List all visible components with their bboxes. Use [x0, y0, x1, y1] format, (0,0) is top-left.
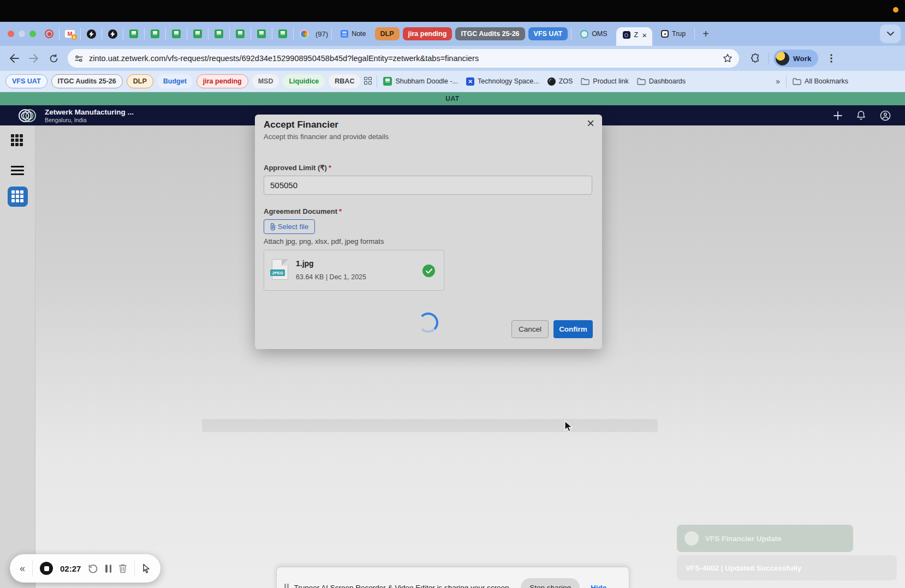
- bolt-icon: [108, 29, 117, 39]
- pinned-tab-sheet-3[interactable]: [169, 26, 183, 41]
- stop-recording-button[interactable]: [40, 562, 53, 575]
- reload-button[interactable]: [45, 50, 62, 67]
- bookmark-technology-space[interactable]: ✕ Technology Space...: [464, 77, 541, 86]
- zos-globe-icon: [547, 77, 556, 86]
- module-grid-icon: [11, 190, 25, 203]
- back-button[interactable]: [5, 50, 23, 67]
- pinned-tab-bolt-1[interactable]: [84, 26, 98, 41]
- bookmark-dlp[interactable]: DLP: [127, 74, 153, 88]
- tab-separator: [102, 28, 102, 40]
- forward-button[interactable]: [25, 50, 43, 67]
- tab-note[interactable]: Note: [335, 26, 371, 42]
- bookmark-budget[interactable]: Budget: [157, 74, 193, 88]
- tab-trupeer[interactable]: Trup: [656, 26, 691, 42]
- add-icon[interactable]: [833, 111, 842, 120]
- confirm-button[interactable]: Confirm: [553, 320, 593, 338]
- profile-chip[interactable]: Work: [773, 50, 818, 67]
- bookmark-liquidice[interactable]: Liquidice: [283, 74, 325, 88]
- pinned-tab-sheet-4[interactable]: [190, 26, 205, 41]
- bookmark-star-icon[interactable]: [723, 53, 733, 63]
- accept-financier-modal: Accept Financier Accept this financier a…: [255, 115, 602, 349]
- bookmark-itgc-audits[interactable]: ITGC Audits 25-26: [51, 74, 123, 88]
- site-settings-icon[interactable]: [74, 54, 84, 63]
- tab-search-chevron-button[interactable]: [880, 25, 901, 43]
- extensions-puzzle-icon[interactable]: [747, 50, 764, 67]
- file-name: 1.jpg: [296, 259, 314, 268]
- toolbar-right-cluster: Work: [747, 50, 840, 67]
- required-asterisk: *: [329, 164, 331, 172]
- bookmarks-overflow-button[interactable]: »: [772, 77, 782, 86]
- tab-label: Trup: [672, 30, 686, 38]
- bookmarks-divider: [377, 75, 377, 87]
- org-location: Bengaluru, India: [45, 117, 134, 123]
- bookmark-msd[interactable]: MSD: [252, 74, 279, 88]
- sheets-icon: [172, 29, 181, 38]
- sidebar-menu-icon[interactable]: [11, 164, 24, 177]
- org-switcher[interactable]: Zetwerk Manufacturing ... Bengaluru, Ind…: [45, 108, 134, 123]
- tab-separator: [251, 28, 251, 40]
- bookmark-dashboards[interactable]: Dashboards: [635, 77, 688, 85]
- tab-separator: [331, 28, 332, 40]
- cursor-tool-icon[interactable]: [142, 563, 151, 573]
- restart-recording-icon[interactable]: [88, 563, 98, 574]
- attach-formats-helper: Attach jpg, png, xlsx, pdf, jpeg formats: [264, 237, 384, 245]
- tab-separator: [272, 28, 272, 40]
- bookmark-rbac[interactable]: RBAC: [329, 74, 360, 88]
- pinned-tab-bolt-2[interactable]: [105, 26, 120, 41]
- approved-limit-input[interactable]: 505050: [264, 176, 592, 195]
- tab-group-itgc-audits[interactable]: ITGC Audits 25-26: [455, 27, 525, 40]
- modal-title: Accept Financier: [264, 119, 338, 130]
- tab-group-jira-pending[interactable]: jira pending: [403, 27, 453, 40]
- drag-handle-icon[interactable]: [284, 584, 289, 588]
- bookmark-vfs-uat[interactable]: VFS UAT: [5, 74, 47, 88]
- collapse-chevron-button[interactable]: «: [20, 563, 25, 574]
- tab-oms[interactable]: OMS: [575, 26, 612, 42]
- minimize-window-button[interactable]: [19, 31, 25, 37]
- hide-link[interactable]: Hide: [591, 584, 606, 588]
- sidebar-apps-icon[interactable]: [11, 134, 24, 147]
- address-bar[interactable]: zinto.uat.zetwerk.com/vfs-request/reques…: [68, 49, 739, 68]
- close-window-button[interactable]: [8, 31, 14, 37]
- jpeg-file-icon: JPEG: [272, 259, 288, 280]
- bookmark-zos[interactable]: ZOS: [545, 77, 575, 86]
- bookmark-jira-pending[interactable]: jira pending: [197, 74, 248, 88]
- url-text[interactable]: zinto.uat.zetwerk.com/vfs-request/reques…: [89, 54, 717, 63]
- close-modal-icon[interactable]: ×: [587, 117, 594, 130]
- delete-recording-icon[interactable]: [118, 563, 127, 573]
- pinned-tab-gmail[interactable]: M8: [63, 26, 77, 41]
- pinned-tab-profile[interactable]: [297, 26, 311, 41]
- account-icon[interactable]: [880, 110, 891, 121]
- app-sidebar: [0, 125, 35, 588]
- tab-separator: [694, 28, 695, 40]
- zoom-window-button[interactable]: [29, 31, 36, 37]
- close-tab-icon[interactable]: ×: [642, 31, 647, 39]
- cancel-button[interactable]: Cancel: [511, 320, 549, 338]
- pinned-tab-sheet-6[interactable]: [233, 26, 247, 41]
- pause-recording-icon[interactable]: [105, 565, 111, 573]
- pinned-tab-sheet-1[interactable]: [127, 26, 141, 41]
- notifications-bell-icon[interactable]: [856, 110, 866, 121]
- pinned-tab-sheet-5[interactable]: [212, 26, 226, 41]
- menu-kebab-icon[interactable]: [823, 50, 840, 67]
- tab-group-dlp[interactable]: DLP: [375, 27, 400, 40]
- zetwerk-logo-icon[interactable]: [16, 108, 38, 123]
- tab-separator: [229, 28, 230, 40]
- bookmark-shubham-doodle[interactable]: Shubham Doodle -...: [381, 77, 460, 86]
- pinned-tab-sheet-7[interactable]: [254, 26, 269, 41]
- macos-menubar: [0, 0, 905, 22]
- sheets-icon: [236, 29, 245, 38]
- apps-grid-icon[interactable]: [364, 77, 373, 86]
- stop-sharing-button[interactable]: Stop sharing: [521, 578, 580, 588]
- new-tab-button[interactable]: +: [698, 28, 713, 40]
- pinned-tab-sheet-2[interactable]: [148, 26, 162, 41]
- required-asterisk: *: [339, 207, 342, 215]
- tab-group-vfs-uat[interactable]: VFS UAT: [528, 27, 568, 40]
- tab-active-zetwerk[interactable]: Z ×: [616, 27, 652, 46]
- pinned-tab-sheet-8[interactable]: [276, 26, 290, 41]
- bookmark-product-link[interactable]: Product link: [579, 77, 630, 85]
- all-bookmarks-button[interactable]: All Bookmarks: [790, 77, 850, 85]
- attached-file-card[interactable]: JPEG 1.jpg 63.64 KB | Dec 1, 2025: [264, 250, 444, 291]
- paperclip-icon: [270, 223, 276, 231]
- sidebar-active-module-button[interactable]: [8, 187, 28, 207]
- select-file-button[interactable]: Select file: [264, 219, 315, 234]
